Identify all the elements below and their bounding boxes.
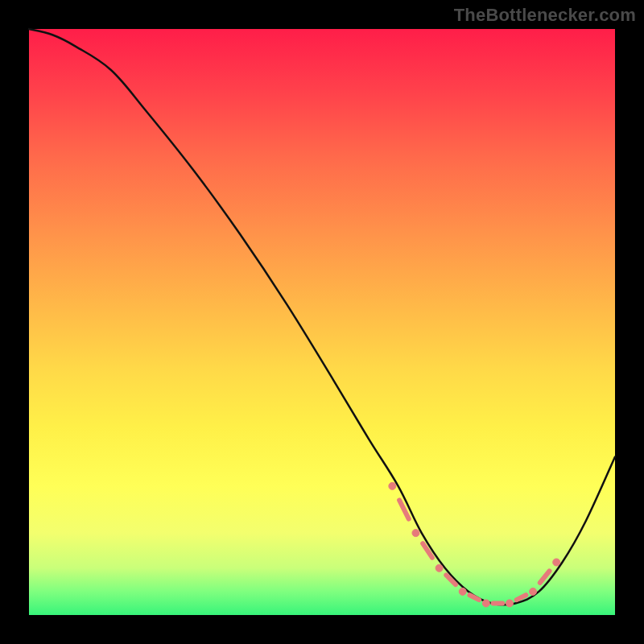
marker-dot: [553, 559, 560, 566]
curve-path: [29, 29, 615, 605]
watermark: TheBottlenecker.com: [454, 5, 636, 26]
marker-dot: [459, 588, 466, 595]
marker-dot: [436, 564, 443, 572]
bottleneck-curve: [29, 29, 615, 615]
marker-dash: [469, 595, 479, 600]
marker-layer: [389, 482, 560, 607]
marker-dot: [530, 588, 537, 595]
plot-area: [29, 29, 615, 615]
marker-dot: [482, 600, 489, 607]
marker-dash: [423, 543, 432, 557]
marker-dash: [446, 575, 456, 584]
marker-dot: [506, 600, 513, 607]
marker-dot: [389, 482, 396, 489]
marker-dot: [412, 530, 419, 537]
marker-dash: [517, 595, 526, 600]
